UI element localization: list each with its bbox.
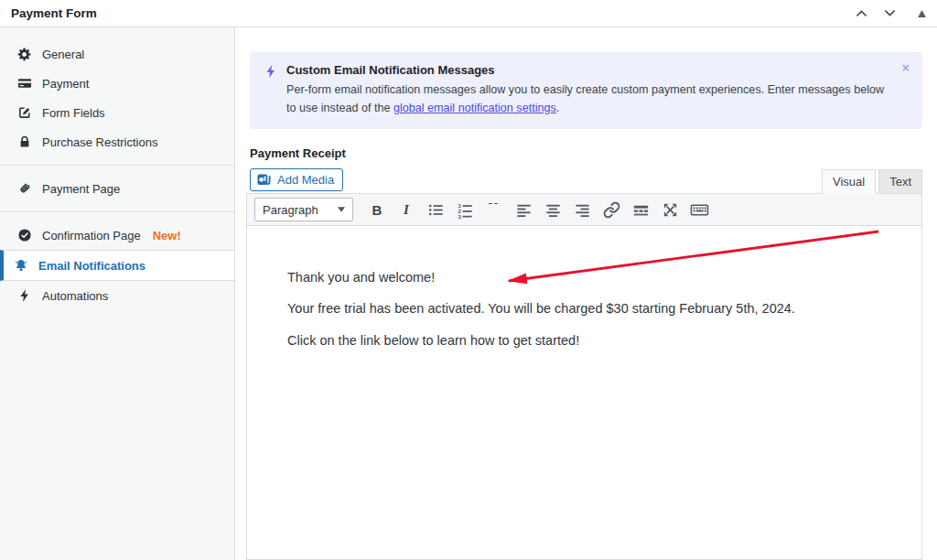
bold-button[interactable]: B	[366, 198, 388, 221]
keyboard-shortcuts-button[interactable]	[688, 198, 710, 221]
sidebar-item-general[interactable]: General	[0, 39, 234, 69]
svg-text:3: 3	[458, 212, 461, 218]
header-controls	[852, 4, 928, 23]
sidebar-item-payment[interactable]: Payment	[0, 69, 234, 98]
blockquote-button[interactable]: “	[483, 198, 505, 221]
bold-icon: B	[372, 202, 382, 218]
receipt-paragraph: Click on the link below to learn how to …	[287, 331, 876, 350]
align-right-button[interactable]	[571, 198, 593, 221]
sidebar-item-label: Email Notifications	[38, 259, 145, 273]
gear-icon	[17, 47, 32, 61]
sidebar-divider	[0, 211, 234, 212]
sidebar-item-email-notifications[interactable]: Email Notifications	[0, 250, 234, 281]
payment-receipt-editor: Paragraph B I 123 “	[246, 193, 922, 560]
sidebar-item-label: Confirmation Page	[42, 229, 141, 242]
numbered-list-icon: 123	[457, 201, 474, 219]
blockquote-icon: “	[487, 203, 501, 216]
tab-visual[interactable]: Visual	[822, 169, 876, 194]
lightning-bolt-icon	[264, 63, 277, 117]
receipt-paragraph: Your free trial has been activated. You …	[287, 299, 876, 318]
read-more-tag-button[interactable]	[630, 198, 652, 221]
numbered-list-button[interactable]: 123	[454, 198, 476, 221]
edit-square-icon	[17, 105, 32, 120]
window-header: Payment Form	[0, 0, 937, 27]
link-icon	[603, 201, 620, 219]
insert-link-button[interactable]	[600, 198, 622, 221]
keyboard-shortcuts-icon	[690, 201, 709, 219]
italic-button[interactable]: I	[395, 198, 417, 221]
align-center-icon	[544, 201, 562, 219]
add-media-label: Add Media	[277, 173, 334, 187]
editor-mode-tabs: Visual Text	[822, 169, 922, 193]
new-badge: New!	[153, 229, 181, 242]
editor-toolbar: Paragraph B I 123 “	[247, 194, 921, 226]
paragraph-select-value: Paragraph	[263, 203, 318, 217]
main-panel: Custom Email Notification Messages Per-f…	[235, 27, 937, 560]
scroll-top-triangle-icon[interactable]	[916, 8, 928, 19]
sidebar-item-payment-page[interactable]: Payment Page	[0, 174, 234, 203]
dropdown-arrow-icon	[338, 207, 345, 212]
credit-card-icon	[17, 76, 32, 91]
media-icon	[257, 173, 272, 187]
banner-text: .	[556, 102, 560, 114]
lightning-icon	[17, 288, 32, 303]
page-title: Payment Form	[11, 6, 97, 20]
align-left-icon	[515, 201, 533, 219]
global-email-settings-link[interactable]: global email notification settings	[393, 102, 556, 114]
banner-title: Custom Email Notification Messages	[286, 63, 886, 77]
lock-icon	[17, 135, 32, 149]
sidebar-item-label: Purchase Restrictions	[42, 135, 157, 149]
fullscreen-button[interactable]	[659, 198, 681, 221]
receipt-paragraph: Thank you and welcome!	[287, 268, 876, 286]
italic-icon: I	[404, 202, 409, 218]
chevron-down-icon[interactable]	[880, 4, 899, 23]
fullscreen-icon	[662, 201, 679, 219]
sidebar-item-form-fields[interactable]: Form Fields	[0, 98, 234, 127]
align-center-button[interactable]	[542, 198, 564, 221]
check-circle-icon	[17, 228, 32, 242]
sidebar-item-label: Payment	[42, 77, 89, 91]
sidebar-item-confirmation-page[interactable]: Confirmation Page New!	[0, 221, 234, 250]
field-label-payment-receipt: Payment Receipt	[250, 146, 922, 160]
sidebar-divider	[0, 165, 234, 166]
banner-text: Per-form email notification messages all…	[286, 83, 884, 114]
add-media-button[interactable]: Add Media	[250, 168, 343, 191]
editor-content-area[interactable]: Thank you and welcome! Your free trial h…	[247, 226, 921, 559]
sidebar-item-label: General	[42, 48, 84, 61]
read-more-tag-icon	[632, 201, 650, 219]
banner-body: Per-form email notification messages all…	[286, 81, 886, 117]
banner-content: Custom Email Notification Messages Per-f…	[286, 63, 886, 117]
chevron-up-icon[interactable]	[852, 4, 871, 23]
tab-text[interactable]: Text	[878, 169, 922, 194]
align-right-icon	[574, 201, 591, 219]
sidebar-item-purchase-restrictions[interactable]: Purchase Restrictions	[0, 127, 234, 156]
align-left-button[interactable]	[512, 198, 534, 221]
paragraph-format-select[interactable]: Paragraph	[254, 198, 353, 221]
banner-close-icon[interactable]: ×	[902, 61, 910, 74]
paperclip-icon	[17, 181, 32, 196]
sidebar-item-label: Automations	[42, 289, 108, 303]
settings-sidebar: General Payment Form Fields Purchase Res…	[0, 27, 235, 560]
bulleted-list-icon	[427, 201, 445, 219]
sidebar-item-label: Payment Page	[42, 182, 120, 196]
bell-icon	[14, 258, 28, 273]
sidebar-item-automations[interactable]: Automations	[0, 281, 234, 310]
sidebar-item-label: Form Fields	[42, 106, 105, 120]
notification-banner: Custom Email Notification Messages Per-f…	[250, 52, 922, 129]
bulleted-list-button[interactable]	[425, 198, 447, 221]
